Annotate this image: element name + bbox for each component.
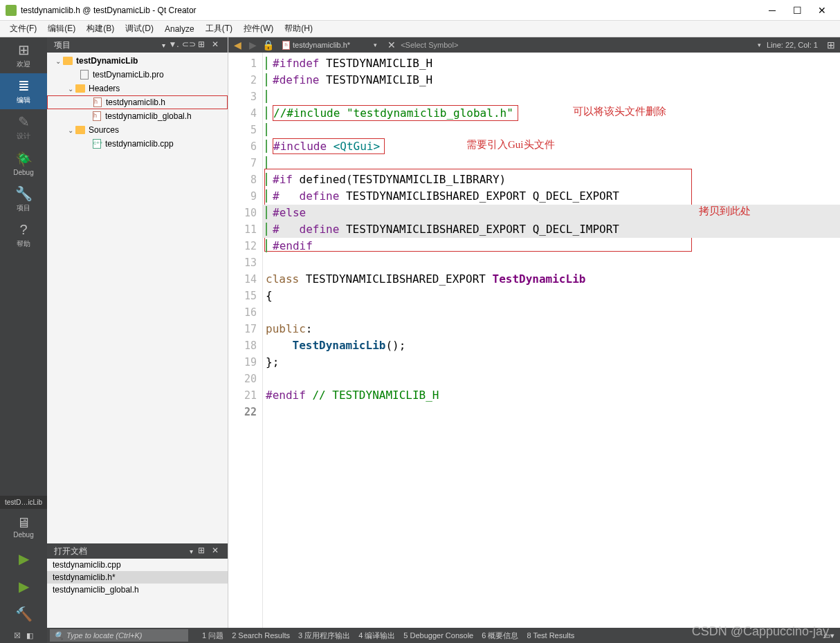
mode-projects[interactable]: 🔧项目	[0, 181, 47, 217]
minimize-button[interactable]: ─	[767, 5, 778, 16]
file-dropdown[interactable]: h testdynamiclib.h* ▾	[277, 41, 383, 50]
bug-icon: 🪲	[15, 151, 33, 167]
mode-selector: ⊞欢迎 ≣编辑 ✎设计 🪲Debug 🔧项目 ?帮助 testD…icLib 🖥…	[0, 37, 47, 628]
menu-debug[interactable]: 调试(D)	[120, 23, 159, 35]
monitor-icon: 🖥	[17, 515, 30, 531]
pane-debugger[interactable]: 5 Debugger Console	[399, 631, 477, 640]
menu-bar: 文件(F) 编辑(E) 构建(B) 调试(D) Analyze 工具(T) 控件…	[0, 21, 840, 37]
edit-icon: ≣	[18, 77, 30, 94]
split-editor-icon[interactable]: ⊞	[825, 39, 837, 50]
open-docs-title: 打开文档	[54, 546, 187, 557]
line-number-gutter: 12345678910111213141516171819202122	[228, 53, 263, 628]
tree-pro-file[interactable]: testDynamicLib.pro	[47, 68, 228, 82]
build-button[interactable]: 🔨	[0, 600, 47, 628]
tree-header-file-selected[interactable]: htestdynamiclib.h	[47, 95, 228, 109]
pane-appout[interactable]: 3 应用程序输出	[294, 631, 354, 641]
tree-cpp-file[interactable]: c++testdynamiclib.cpp	[47, 137, 228, 151]
kit-label[interactable]: testD…icLib	[0, 496, 47, 509]
hammer-icon: 🔨	[15, 606, 33, 622]
menu-tools[interactable]: 工具(T)	[200, 23, 238, 35]
mode-debug[interactable]: 🪲Debug	[0, 145, 47, 181]
tree-header-file[interactable]: htestdynamiclib_global.h	[47, 109, 228, 123]
cursor-position: Line: 22, Col: 1	[767, 41, 822, 49]
project-panel-header: 项目 ▾ ▼. ⊂⊃ ⊞ ✕	[47, 37, 228, 53]
progress-toggle-icon[interactable]: ▭▾	[818, 631, 840, 640]
project-icon	[63, 57, 73, 65]
play-icon: ▶	[19, 550, 29, 567]
mode-design[interactable]: ✎设计	[0, 109, 47, 145]
mode-welcome[interactable]: ⊞欢迎	[0, 37, 47, 73]
pro-file-icon	[80, 70, 89, 80]
open-doc-item-active[interactable]: testdynamiclib.h*	[47, 571, 228, 584]
tree-sources-folder[interactable]: ⌄Sources	[47, 123, 228, 137]
folder-icon	[75, 84, 85, 93]
annotation-1: 可以将该头文件删除	[573, 105, 666, 118]
open-doc-item[interactable]: testdynamiclib.cpp	[47, 559, 228, 571]
pane-issues[interactable]: 1 问题	[198, 631, 228, 641]
code-content[interactable]: #ifndef TESTDYNAMICLIB_H #define TESTDYN…	[263, 53, 840, 628]
pane-general[interactable]: 6 概要信息	[477, 631, 522, 641]
play-bug-icon: ▶	[19, 578, 29, 595]
pane-search[interactable]: 2 Search Results	[228, 631, 294, 640]
tree-root[interactable]: ⌄testDynamicLib	[47, 54, 228, 68]
annotation-2: 需要引入Gui头文件	[466, 138, 555, 151]
search-icon: 🔍	[54, 631, 64, 640]
nav-forward-icon[interactable]: ▶	[246, 39, 259, 50]
project-panel-title: 项目	[54, 39, 159, 51]
close-panel-icon[interactable]: ✕	[210, 39, 221, 50]
locator-input[interactable]: 🔍 Type to locate (Ctrl+K)	[50, 629, 188, 642]
maximize-button[interactable]: ☐	[792, 5, 803, 16]
folder-icon	[75, 126, 85, 134]
qt-app-icon	[6, 5, 17, 16]
close-panel-icon[interactable]: ✕	[210, 546, 221, 557]
design-icon: ✎	[18, 113, 30, 130]
annotation-3: 拷贝到此处	[699, 205, 751, 218]
open-docs-header: 打开文档 ▾ ⊞ ✕	[47, 543, 228, 559]
editor-toolbar: ◀ ▶ 🔒 h testdynamiclib.h* ▾ ✕ <Select Sy…	[228, 37, 840, 53]
close-button[interactable]: ✕	[816, 5, 828, 16]
h-file-icon: h	[93, 111, 101, 121]
menu-build[interactable]: 构建(B)	[81, 23, 120, 35]
mode-edit[interactable]: ≣编辑	[0, 73, 47, 109]
project-tree[interactable]: ⌄testDynamicLib testDynamicLib.pro ⌄Head…	[47, 53, 228, 543]
wrench-icon: 🔧	[15, 185, 33, 202]
h-file-icon: h	[282, 41, 290, 50]
menu-edit[interactable]: 编辑(E)	[42, 23, 81, 35]
menu-widgets[interactable]: 控件(W)	[238, 23, 279, 35]
lock-icon[interactable]: 🔒	[262, 39, 274, 50]
close-file-icon[interactable]: ✕	[385, 39, 398, 50]
split-icon[interactable]: ⊞	[196, 546, 207, 557]
open-doc-item[interactable]: testdynamiclib_global.h	[47, 584, 228, 596]
grid-icon: ⊞	[18, 41, 30, 58]
menu-analyze[interactable]: Analyze	[159, 24, 200, 34]
pane-tests[interactable]: 8 Test Results	[522, 631, 578, 640]
menu-help[interactable]: 帮助(H)	[279, 23, 318, 35]
sidebar-toggle-icon[interactable]: ◧	[26, 631, 33, 640]
status-corner: ☒ ◧	[0, 628, 47, 643]
close-pane-icon[interactable]: ☒	[14, 631, 21, 640]
link-icon[interactable]: ⊂⊃	[182, 39, 193, 50]
open-documents-list[interactable]: testdynamiclib.cpp testdynamiclib.h* tes…	[47, 559, 228, 628]
cpp-file-icon: c++	[93, 139, 101, 149]
menu-file[interactable]: 文件(F)	[4, 23, 42, 35]
symbol-selector[interactable]: <Select Symbol>	[401, 41, 458, 49]
code-editor[interactable]: 12345678910111213141516171819202122 #ifn…	[228, 53, 840, 628]
nav-back-icon[interactable]: ◀	[231, 39, 244, 50]
status-bar: ☒ ◧ 🔍 Type to locate (Ctrl+K) 1 问题 2 Sea…	[0, 628, 840, 643]
mode-help[interactable]: ?帮助	[0, 217, 47, 253]
filter-icon[interactable]: ▼.	[168, 39, 179, 50]
help-icon: ?	[19, 222, 27, 238]
window-titlebar: testdynamiclib.h @ testDynamicLib - Qt C…	[0, 0, 840, 21]
tree-headers-folder[interactable]: ⌄Headers	[47, 82, 228, 95]
target-selector[interactable]: 🖥Debug	[0, 509, 47, 545]
run-button[interactable]: ▶	[0, 545, 47, 572]
pane-compile[interactable]: 4 编译输出	[354, 631, 399, 641]
split-icon[interactable]: ⊞	[196, 39, 207, 50]
debug-run-button[interactable]: ▶	[0, 572, 47, 600]
h-file-icon: h	[93, 97, 102, 107]
window-title: testdynamiclib.h @ testDynamicLib - Qt C…	[21, 6, 767, 15]
